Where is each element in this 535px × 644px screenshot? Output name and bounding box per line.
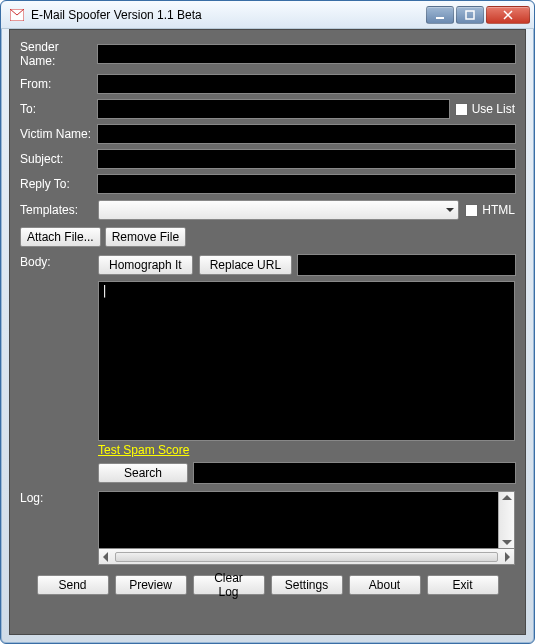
- victim-name-label: Victim Name:: [20, 127, 92, 141]
- preview-button[interactable]: Preview: [115, 575, 187, 595]
- titlebar[interactable]: E-Mail Spoofer Version 1.1 Beta: [1, 1, 534, 29]
- clear-log-button[interactable]: Clear Log: [193, 575, 265, 595]
- from-input[interactable]: [98, 75, 515, 93]
- subject-input[interactable]: [98, 150, 515, 168]
- search-button[interactable]: Search: [98, 463, 188, 483]
- templates-combobox[interactable]: [98, 200, 459, 220]
- html-checkbox[interactable]: HTML: [465, 203, 515, 217]
- body-textarea[interactable]: |: [98, 281, 515, 441]
- reply-to-input[interactable]: [98, 175, 515, 193]
- victim-name-input[interactable]: [98, 125, 515, 143]
- use-list-checkbox[interactable]: Use List: [455, 102, 515, 116]
- checkbox-icon: [465, 204, 478, 217]
- window-controls: [426, 6, 530, 24]
- vertical-scrollbar[interactable]: [498, 492, 514, 548]
- replace-url-button[interactable]: Replace URL: [199, 255, 292, 275]
- about-button[interactable]: About: [349, 575, 421, 595]
- to-input[interactable]: [98, 100, 449, 118]
- exit-button[interactable]: Exit: [427, 575, 499, 595]
- send-button[interactable]: Send: [37, 575, 109, 595]
- svg-rect-2: [466, 11, 474, 19]
- log-label: Log:: [20, 491, 92, 505]
- html-label: HTML: [482, 203, 515, 217]
- homograph-it-button[interactable]: Homograph It: [98, 255, 193, 275]
- reply-to-label: Reply To:: [20, 177, 92, 191]
- close-button[interactable]: [486, 6, 530, 24]
- client-area: Sender Name: From: To: Use List Victim N…: [9, 29, 526, 635]
- templates-label: Templates:: [20, 203, 92, 217]
- search-input[interactable]: [194, 463, 515, 483]
- replace-url-input[interactable]: [298, 255, 515, 275]
- body-label: Body:: [20, 255, 92, 269]
- use-list-label: Use List: [472, 102, 515, 116]
- window-title: E-Mail Spoofer Version 1.1 Beta: [31, 8, 426, 22]
- svg-rect-1: [436, 17, 444, 19]
- log-textarea[interactable]: [98, 491, 515, 549]
- maximize-button[interactable]: [456, 6, 484, 24]
- settings-button[interactable]: Settings: [271, 575, 343, 595]
- envelope-icon: [9, 7, 25, 23]
- attach-file-button[interactable]: Attach File...: [20, 227, 101, 247]
- bottom-button-bar: Send Preview Clear Log Settings About Ex…: [20, 575, 515, 595]
- test-spam-score-link[interactable]: Test Spam Score: [98, 443, 189, 457]
- from-label: From:: [20, 77, 92, 91]
- app-window: E-Mail Spoofer Version 1.1 Beta Sender N…: [0, 0, 535, 644]
- to-label: To:: [20, 102, 92, 116]
- sender-name-label: Sender Name:: [20, 40, 92, 68]
- horizontal-scrollbar[interactable]: [98, 549, 515, 565]
- chevron-down-icon: [446, 208, 454, 212]
- checkbox-icon: [455, 103, 468, 116]
- remove-file-button[interactable]: Remove File: [105, 227, 186, 247]
- subject-label: Subject:: [20, 152, 92, 166]
- sender-name-input[interactable]: [98, 45, 515, 63]
- minimize-button[interactable]: [426, 6, 454, 24]
